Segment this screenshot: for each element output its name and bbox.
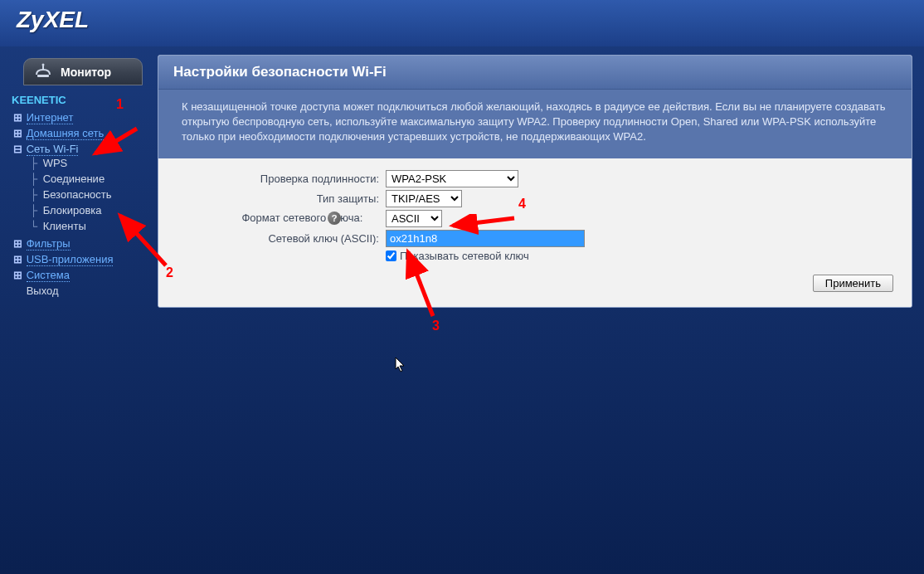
panel-title: Настройки безопасности Wi-Fi [158, 56, 912, 90]
label-key: Сетевой ключ (ASCII): [170, 232, 386, 245]
tree-branch-icon: ├ [30, 188, 40, 201]
input-network-key[interactable] [386, 230, 585, 247]
subnav-item-clients[interactable]: └ Клиенты [30, 218, 149, 234]
monitor-tab[interactable]: Монитор [23, 58, 143, 85]
expand-icon[interactable]: ⊞ [12, 253, 23, 265]
nav-item-exit[interactable]: Выход [12, 283, 149, 299]
nav-item-usb-apps[interactable]: ⊞ USB-приложения [12, 251, 149, 267]
label-protection: Тип защиты: [170, 192, 386, 205]
svg-rect-0 [37, 75, 49, 77]
subnav-item-connection[interactable]: ├ Соединение [30, 171, 149, 187]
row-show-key: Показывать сетевой ключ [170, 250, 900, 262]
row-protection: Тип защиты: TKIP/AES [170, 190, 900, 207]
nav-link-exit[interactable]: Выход [27, 285, 59, 297]
nav-item-filters[interactable]: ⊞ Фильтры [12, 236, 149, 251]
subnav-link-security[interactable]: Безопасность [43, 188, 112, 201]
panel-description: К незащищенной точке доступа может подкл… [158, 90, 912, 158]
header: ZyXEL [0, 0, 924, 46]
nav-link-system[interactable]: Система [27, 269, 70, 282]
nav-item-system[interactable]: ⊞ Система [12, 267, 149, 283]
nav-link-filters[interactable]: Фильтры [27, 237, 71, 251]
row-key: Сетевой ключ (ASCII): [170, 230, 900, 247]
svg-point-2 [42, 64, 45, 66]
monitor-icon [34, 63, 52, 80]
help-icon[interactable]: ? [328, 212, 341, 225]
label-key-format: Формат сетевого ключа: ? [170, 212, 386, 225]
subnav-link-clients[interactable]: Клиенты [43, 220, 86, 232]
subnav-link-connection[interactable]: Соединение [43, 173, 105, 185]
nav-item-wifi[interactable]: ⊟ Сеть Wi-Fi ├ WPS ├ Соединение ├ Безопа… [12, 141, 149, 236]
apply-button[interactable]: Применить [813, 275, 893, 292]
main-layout: Монитор KEENETIC ⊞ Интернет ⊞ Домашняя с… [0, 46, 924, 574]
subnav-item-block[interactable]: ├ Блокировка [30, 202, 149, 218]
nav-item-home-network[interactable]: ⊞ Домашняя сеть [12, 125, 149, 141]
label-show-key: Показывать сетевой ключ [400, 250, 529, 262]
tree-branch-icon: ├ [30, 157, 40, 169]
nav-tree: ⊞ Интернет ⊞ Домашняя сеть ⊟ Сеть Wi-Fi … [0, 109, 149, 299]
sidebar: Монитор KEENETIC ⊞ Интернет ⊞ Домашняя с… [0, 46, 149, 574]
row-key-format: Формат сетевого ключа: ? ASCII [170, 210, 900, 227]
annotation-1: 1 [116, 97, 124, 112]
expand-icon[interactable]: ⊞ [12, 111, 23, 124]
select-auth[interactable]: WPA2-PSK [386, 170, 518, 187]
brand-logo: ZyXEL [17, 7, 89, 32]
row-auth: Проверка подлинности: WPA2-PSK [170, 170, 900, 187]
collapse-icon[interactable]: ⊟ [12, 143, 23, 155]
nav-link-home-network[interactable]: Домашняя сеть [27, 127, 105, 140]
nav-item-internet[interactable]: ⊞ Интернет [12, 109, 149, 125]
settings-panel: Настройки безопасности Wi-Fi К незащищен… [158, 55, 912, 308]
expand-icon[interactable]: ⊞ [12, 237, 23, 250]
select-protection[interactable]: TKIP/AES [386, 190, 462, 207]
expand-icon[interactable]: ⊞ [12, 269, 23, 281]
label-auth: Проверка подлинности: [170, 173, 386, 185]
content-area: Настройки безопасности Wi-Fi К незащищен… [149, 46, 924, 574]
label-key-format-text: Формат сетевого ключа: [241, 212, 362, 224]
annotation-4: 4 [518, 197, 526, 212]
tree-spacer [12, 285, 23, 297]
tree-branch-icon: ├ [30, 173, 40, 185]
nav-link-internet[interactable]: Интернет [27, 111, 74, 124]
expand-icon[interactable]: ⊞ [12, 127, 23, 139]
subnav-item-security[interactable]: ├ Безопасность [30, 187, 149, 202]
nav-link-usb-apps[interactable]: USB-приложения [27, 253, 114, 266]
wifi-subtree: ├ WPS ├ Соединение ├ Безопасность ├ Блок… [12, 155, 149, 234]
subnav-item-wps[interactable]: ├ WPS [30, 155, 149, 171]
cursor-icon [395, 357, 406, 377]
annotation-3: 3 [432, 319, 440, 333]
device-name: KEENETIC [0, 90, 149, 109]
subnav-link-block[interactable]: Блокировка [43, 204, 102, 216]
tree-branch-icon: ├ [30, 204, 40, 216]
form-area: Проверка подлинности: WPA2-PSK Тип защит… [158, 158, 912, 307]
tree-branch-icon: └ [30, 220, 40, 232]
button-row: Применить [170, 265, 900, 295]
monitor-label: Монитор [61, 66, 111, 79]
nav-link-wifi[interactable]: Сеть Wi-Fi [27, 143, 79, 156]
annotation-2: 2 [166, 265, 173, 280]
subnav-link-wps[interactable]: WPS [43, 157, 68, 169]
checkbox-show-key[interactable] [386, 251, 396, 261]
select-key-format[interactable]: ASCII [386, 210, 442, 227]
